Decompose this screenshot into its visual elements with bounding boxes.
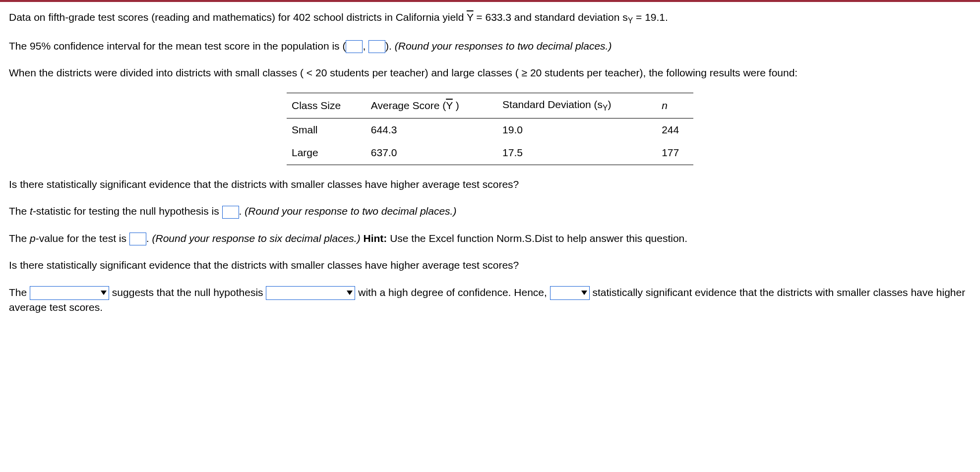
tstat-text2: -statistic for testing the null hypothes… (33, 205, 222, 217)
chevron-down-icon (101, 291, 107, 295)
header-n: n (657, 93, 693, 118)
conc-t2: suggests that the null hypothesis (109, 287, 266, 298)
conclusion-select-1[interactable] (30, 286, 109, 300)
ci-comma: , (363, 40, 368, 52)
intro-paragraph: Data on fifth-grade test scores (reading… (9, 10, 971, 27)
tstat-paragraph: The t-statistic for testing the null hyp… (9, 204, 971, 219)
pval-text2: -value for the test is (36, 233, 129, 244)
pvalue-paragraph: The p-value for the test is . (Round you… (9, 231, 971, 246)
header-sd-pre: Standard Deviation (s (502, 99, 603, 110)
pval-text3: . (146, 233, 152, 244)
header-avg-ybar: Y (446, 100, 453, 111)
ci-hint: (Round your responses to two decimal pla… (395, 40, 612, 52)
ci-upper-input[interactable] (368, 40, 385, 53)
cell-std-dev: 17.5 (497, 141, 657, 165)
split-paragraph: When the districts were divided into dis… (9, 65, 971, 80)
ci-text2: ). (385, 40, 395, 52)
chevron-down-icon (347, 291, 353, 295)
conc-t1: The (9, 287, 30, 298)
table-header-row: Class Size Average Score (Y ) Standard D… (287, 93, 693, 118)
y-bar-symbol: Y (467, 11, 474, 23)
pvalue-input[interactable] (129, 233, 146, 245)
cell-class-size: Large (287, 141, 366, 165)
question1: Is there statistically significant evide… (9, 177, 971, 192)
ci-lower-input[interactable] (346, 40, 363, 53)
chevron-down-icon (581, 291, 587, 295)
question-content: Data on fifth-grade test scores (reading… (0, 2, 980, 335)
pval-hint-bold: Hint: (361, 233, 387, 244)
tstat-input[interactable] (222, 206, 239, 219)
header-std-dev: Standard Deviation (sY) (497, 93, 657, 118)
header-n-label: n (662, 100, 668, 111)
intro-text: Data on fifth-grade test scores (reading… (9, 11, 467, 23)
table-row: Large 637.0 17.5 177 (287, 141, 693, 165)
header-sd-sub: Y (603, 104, 608, 112)
intro-eq1: = 633.3 and standard deviation s (474, 11, 628, 23)
conclusion-select-3[interactable] (550, 286, 590, 300)
header-avg-post: ) (453, 100, 459, 111)
pval-text1: The (9, 233, 30, 244)
header-average-score: Average Score (Y ) (366, 93, 497, 118)
ci-paragraph: The 95% confidence interval for the mean… (9, 39, 971, 54)
p-italic: p (30, 233, 36, 244)
conclusion-paragraph: The suggests that the null hypothesis wi… (9, 285, 971, 315)
cell-std-dev: 19.0 (497, 118, 657, 141)
cell-n: 244 (657, 118, 693, 141)
tstat-text1: The (9, 205, 30, 217)
header-class-size: Class Size (287, 93, 366, 118)
subscript-y: Y (628, 16, 633, 25)
header-avg-pre: Average Score ( (371, 100, 446, 111)
ci-text1: The 95% confidence interval for the mean… (9, 40, 346, 52)
pval-hint-rest: Use the Excel function Norm.S.Dist to he… (387, 233, 687, 244)
cell-avg-score: 644.3 (366, 118, 497, 141)
cell-n: 177 (657, 141, 693, 165)
pval-hint: (Round your response to six decimal plac… (152, 233, 360, 244)
table-row: Small 644.3 19.0 244 (287, 118, 693, 141)
tstat-text3: . (239, 205, 245, 217)
header-sd-post: ) (608, 99, 612, 110)
conc-t3: with a high degree of confidence. Hence, (355, 287, 550, 298)
cell-class-size: Small (287, 118, 366, 141)
question2: Is there statistically significant evide… (9, 258, 971, 273)
class-size-table: Class Size Average Score (Y ) Standard D… (287, 93, 693, 165)
tstat-hint: (Round your response to two decimal plac… (245, 205, 456, 217)
intro-eq2: = 19.1. (633, 11, 668, 23)
cell-avg-score: 637.0 (366, 141, 497, 165)
conclusion-select-2[interactable] (266, 286, 355, 300)
